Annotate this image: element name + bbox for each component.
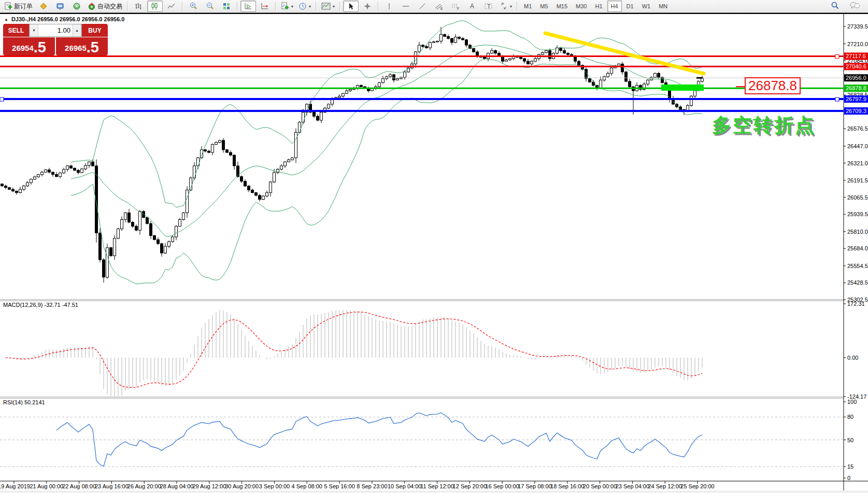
svg-text:27117.6: 27117.6 — [846, 53, 866, 59]
bar-chart-button[interactable] — [131, 1, 146, 12]
signal-icon — [73, 2, 81, 10]
svg-text:16 Sep 00:00: 16 Sep 00:00 — [485, 483, 519, 489]
divider — [339, 2, 340, 11]
svg-text:26321.0: 26321.0 — [847, 160, 868, 166]
tile-windows-button[interactable] — [219, 1, 234, 12]
vertical-line-button[interactable] — [381, 1, 397, 12]
svg-text:25 Sep 20:00: 25 Sep 20:00 — [680, 483, 714, 489]
zoom-out-button[interactable] — [202, 1, 218, 12]
svg-text:100: 100 — [847, 399, 857, 405]
price-annotation-box[interactable]: 26878.8 — [745, 77, 801, 94]
buy-price[interactable]: 26965.5 — [56, 37, 108, 55]
chat-icon[interactable] — [847, 1, 863, 12]
tab-w1[interactable]: W1 — [638, 1, 654, 12]
svg-text:23 Sep 04:00: 23 Sep 04:00 — [616, 483, 649, 489]
fibonacci-icon: F — [451, 2, 460, 10]
price-chart[interactable]: 27339.527210.027084.026828.526576.526447… — [0, 13, 868, 493]
zoom-in-button[interactable] — [186, 1, 201, 12]
svg-text:172.31: 172.31 — [847, 301, 865, 307]
svg-text:26447.0: 26447.0 — [847, 143, 868, 149]
buy-button[interactable]: BUY — [82, 24, 108, 37]
horizontal-line-button[interactable] — [398, 1, 414, 12]
chart-header: ▲ DJ30-,H4 26956.0 26956.0 26956.0 26956… — [4, 16, 124, 22]
text-label-button[interactable]: T — [481, 1, 496, 12]
mt4-terminal: { "toolbar": { "new_order_label": "新订单",… — [0, 0, 868, 493]
svg-text:21 Aug 00:00: 21 Aug 00:00 — [30, 483, 63, 489]
auto-scroll-button[interactable] — [240, 1, 256, 12]
svg-text:26576.5: 26576.5 — [847, 125, 868, 132]
tab-m5[interactable]: M5 — [536, 1, 551, 12]
collapse-panel-icon[interactable]: ▲ — [4, 17, 8, 22]
svg-text:26191.5: 26191.5 — [847, 177, 868, 184]
dropdown-icon: ▾ — [309, 4, 311, 9]
svg-text:24 Sep 12:00: 24 Sep 12:00 — [648, 483, 681, 489]
sell-button[interactable]: SELL — [3, 24, 29, 37]
svg-text:26797.9: 26797.9 — [846, 96, 866, 102]
line-handle[interactable] — [835, 54, 839, 58]
trendline-icon — [418, 2, 426, 10]
tab-m1[interactable]: M1 — [520, 1, 535, 12]
search-icon[interactable] — [829, 1, 844, 12]
svg-text:27339.5: 27339.5 — [847, 23, 868, 30]
chart-shift-icon — [261, 2, 269, 10]
svg-text:30 Aug 20:00: 30 Aug 20:00 — [225, 483, 259, 489]
svg-text:17 Sep 08:00: 17 Sep 08:00 — [518, 483, 551, 489]
tab-mn[interactable]: MN — [655, 1, 671, 12]
tab-m15[interactable]: M15 — [553, 1, 571, 12]
new-order-button[interactable]: 新订单 — [2, 1, 35, 12]
text-label-icon: T — [484, 2, 493, 10]
templates-button[interactable]: ▾ — [319, 1, 337, 12]
candlestick-chart-button[interactable] — [147, 1, 163, 12]
tab-h1[interactable]: H1 — [591, 1, 606, 12]
crosshair-button[interactable] — [360, 1, 375, 12]
line-chart-icon — [167, 2, 176, 10]
green-highlight-bar[interactable] — [661, 84, 704, 91]
arrows-button[interactable]: ▾ — [497, 1, 514, 12]
channel-button[interactable]: E — [431, 1, 447, 12]
indicators-button[interactable]: ▾ — [279, 1, 295, 12]
text-icon: A — [468, 2, 476, 10]
divider — [275, 2, 276, 11]
volume-increase-button[interactable]: ▲ — [73, 24, 81, 36]
svg-text:25939.5: 25939.5 — [847, 211, 868, 217]
history-center-button[interactable] — [36, 1, 51, 12]
terminal-button[interactable] — [52, 1, 68, 12]
cursor-button[interactable] — [343, 1, 359, 12]
line-handle[interactable] — [0, 97, 4, 101]
svg-text:50: 50 — [847, 437, 853, 443]
svg-text:27210.0: 27210.0 — [847, 41, 868, 47]
chart-title: DJ30-,H4 26956.0 26956.0 26956.0 26956.0 — [11, 16, 124, 22]
svg-text:E: E — [440, 7, 443, 10]
one-click-trading-panel: SELL ▼ ▲ BUY 26954.5 26965.5 — [3, 24, 108, 55]
sell-price[interactable]: 26954.5 — [3, 37, 55, 55]
indicators-icon — [281, 2, 289, 10]
horizontal-line-icon — [402, 2, 410, 10]
trendline-button[interactable] — [415, 1, 430, 12]
svg-text:27040.6: 27040.6 — [846, 63, 866, 69]
terminal-icon — [56, 2, 64, 10]
signals-button[interactable] — [69, 1, 84, 12]
macd-label: MACD(12,26,9) -32.71 -47.51 — [3, 302, 78, 308]
volume-decrease-button[interactable]: ▼ — [30, 24, 38, 36]
svg-text:25428.5: 25428.5 — [847, 279, 868, 286]
svg-text:28 Aug 04:00: 28 Aug 04:00 — [160, 483, 194, 489]
tab-h4[interactable]: H4 — [607, 1, 622, 12]
dropdown-icon: ▾ — [291, 4, 293, 9]
tab-d1[interactable]: D1 — [623, 1, 637, 12]
volume-input[interactable] — [38, 24, 73, 36]
autotrade-button[interactable]: 自动交易 — [86, 1, 124, 12]
last-price-dash — [696, 77, 703, 79]
fibonacci-button[interactable]: F — [448, 1, 463, 12]
chart-window[interactable]: 27339.527210.027084.026828.526576.526447… — [0, 13, 868, 493]
line-handle[interactable] — [835, 97, 839, 101]
chart-shift-button[interactable] — [257, 1, 273, 12]
auto-scroll-icon — [244, 2, 252, 10]
text-button[interactable]: A — [464, 1, 480, 12]
line-chart-button[interactable] — [164, 1, 179, 12]
svg-text:26 Aug 20:00: 26 Aug 20:00 — [127, 483, 161, 489]
tab-m30[interactable]: M30 — [572, 1, 590, 12]
periods-button[interactable]: ▾ — [296, 1, 313, 12]
equidistant-channel-icon: E — [434, 2, 444, 10]
svg-text:23 Aug 16:00: 23 Aug 16:00 — [95, 483, 129, 489]
svg-text:15: 15 — [847, 463, 853, 470]
